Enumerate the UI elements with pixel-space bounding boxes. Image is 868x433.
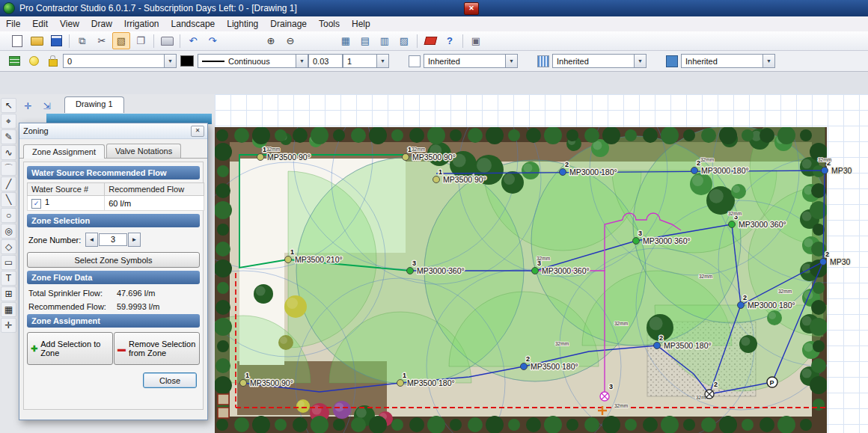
menu-draw[interactable]: Draw	[85, 17, 118, 31]
chevron-down-icon[interactable]: ▼	[505, 55, 517, 67]
plan-marker-square[interactable]	[218, 394, 229, 405]
sprinkler-label[interactable]: MP3500 90°	[443, 175, 486, 184]
scale-combo[interactable]: 1 ▼	[343, 54, 389, 68]
landscape-plan[interactable]: 1MP3500 90°1MP3500 90°1MP3500 90°2MP3000…	[215, 96, 868, 433]
text-tool-icon[interactable]: T	[1, 271, 16, 286]
sprinkler-head[interactable]	[240, 380, 247, 387]
copy-icon[interactable]: ⧉	[73, 32, 91, 49]
layer-visibility-bulb-icon[interactable]	[25, 52, 43, 70]
menu-edit[interactable]: Edit	[26, 17, 54, 31]
circle-tool-icon[interactable]: ○	[1, 208, 16, 223]
lineweight-field[interactable]: 0.03	[308, 54, 343, 68]
sprinkler-head[interactable]	[433, 176, 440, 183]
chevron-down-icon[interactable]: ▼	[164, 55, 176, 67]
open-icon[interactable]	[28, 32, 46, 49]
paste-icon[interactable]: ❐	[132, 32, 150, 49]
table-row[interactable]: ✓1 60 l/m	[28, 196, 204, 211]
zone-number-input[interactable]: 3	[99, 233, 127, 246]
chevron-down-icon[interactable]: ▼	[296, 55, 308, 67]
zoning-close-icon[interactable]: ✕	[191, 126, 204, 137]
sprinkler-label[interactable]: MP3500 90°	[267, 153, 311, 162]
color-swatch[interactable]	[180, 55, 194, 67]
menu-lighting[interactable]: Lighting	[221, 17, 264, 31]
eraser-icon[interactable]	[421, 32, 439, 49]
chevron-down-icon[interactable]: ▼	[376, 55, 388, 67]
zoom-out-icon[interactable]: ⊖	[281, 32, 299, 49]
sprinkler-label[interactable]: MP3500 90°	[250, 378, 293, 387]
drawing-canvas[interactable]: 1MP3500 90°1MP3500 90°1MP3500 90°2MP3000…	[215, 94, 868, 433]
pattern-style-combo[interactable]: Inherited ▼	[552, 54, 647, 68]
fill-style-icon[interactable]	[409, 55, 421, 67]
concentric-circle-tool-icon[interactable]: ◎	[1, 224, 16, 239]
sprinkler-head[interactable]	[521, 363, 528, 370]
sprinkler-head[interactable]	[560, 169, 566, 176]
pattern-style-icon[interactable]	[537, 55, 549, 67]
sprinkler-head[interactable]	[654, 343, 661, 349]
undo-icon[interactable]: ↶	[184, 32, 202, 49]
tab-drawing-1[interactable]: Drawing 1	[64, 96, 124, 113]
sprinkler-label[interactable]: MP30	[831, 166, 852, 175]
checkbox-checked-icon[interactable]: ✓	[31, 199, 41, 209]
image-frame-tool-icon[interactable]: ⊞	[1, 286, 16, 301]
help-icon[interactable]: ?	[441, 32, 459, 49]
sprinkler-head[interactable]	[633, 238, 640, 245]
new-icon[interactable]	[8, 32, 26, 49]
sprinkler-label[interactable]: MP3000 180°	[569, 168, 617, 176]
fill-style-combo[interactable]: Inherited ▼	[424, 54, 518, 68]
sprinkler-head[interactable]	[403, 154, 409, 161]
menu-file[interactable]: File	[0, 17, 26, 31]
sprinkler-head[interactable]	[532, 268, 539, 274]
move-tool-icon[interactable]: ✛	[1, 318, 16, 333]
freehand-tool-icon[interactable]: ✎	[1, 129, 16, 144]
menu-drainage[interactable]: Drainage	[264, 17, 313, 31]
menu-landscape[interactable]: Landscape	[165, 17, 221, 31]
sprinkler-label[interactable]: MP3000 360°	[542, 266, 590, 275]
menu-help[interactable]: Help	[346, 17, 376, 31]
sprinkler-head[interactable]	[691, 168, 698, 174]
sprinkler-head[interactable]	[285, 257, 292, 263]
resize-icon[interactable]: ⇲	[39, 99, 55, 114]
remove-selection-from-zone-button[interactable]: ▬ Remove Selection from Zone	[114, 332, 200, 365]
plan-marker-square[interactable]	[218, 408, 229, 418]
sprinkler-head[interactable]	[729, 221, 736, 228]
layers-icon[interactable]	[5, 52, 23, 70]
polyline-tool-icon[interactable]: ╲	[1, 192, 16, 207]
print-icon[interactable]	[158, 32, 176, 49]
sprinkler-label[interactable]: MP3500 210°	[295, 255, 343, 264]
shape-tool-icon[interactable]: ◇	[1, 239, 16, 254]
sprinkler-head[interactable]	[257, 154, 264, 161]
save-icon[interactable]	[47, 32, 65, 49]
crop-select-icon[interactable]: ▧	[112, 32, 130, 49]
menu-irrigation[interactable]: Irrigation	[118, 17, 165, 31]
tab-valve-notations[interactable]: Valve Notations	[106, 144, 181, 158]
sprinkler-head[interactable]	[820, 259, 827, 265]
line-tool-icon[interactable]: ╱	[1, 176, 16, 191]
cut-icon[interactable]: ✂	[93, 32, 111, 49]
redo-icon[interactable]: ↷	[204, 32, 221, 49]
table-icon[interactable]: ▥	[376, 32, 394, 49]
sprinkler-label[interactable]: MP3000 360°	[643, 236, 691, 245]
texture-style-icon[interactable]	[666, 55, 678, 67]
sprinkler-label[interactable]: MP3500 180°	[407, 378, 455, 387]
layer-lock-icon[interactable]	[44, 52, 62, 70]
sprinkler-label[interactable]: MP3500 90°	[412, 153, 456, 162]
sheet-icon[interactable]: ▨	[395, 32, 413, 49]
add-selection-to-zone-button[interactable]: ✚ Add Selection to Zone	[27, 332, 113, 365]
hatch-tool-icon[interactable]: ▦	[1, 302, 16, 317]
sprinkler-label[interactable]: MP3000 180°	[748, 301, 795, 310]
zoning-dialog-titlebar[interactable]: Zoning ✕	[19, 123, 207, 139]
zoom-in-icon[interactable]: ⊕	[262, 32, 280, 49]
sprinkler-head[interactable]	[738, 302, 745, 309]
rect-tool-icon[interactable]: ▭	[1, 255, 16, 270]
menu-view[interactable]: View	[54, 17, 85, 31]
sprinkler-label[interactable]: MP3000 360°	[739, 220, 786, 229]
sprinkler-label[interactable]: MP3000 360°	[417, 266, 465, 275]
sprinkler-label[interactable]: MP3500 180°	[531, 362, 578, 371]
col-water-source-number[interactable]: Water Source #	[28, 183, 105, 196]
chevron-down-icon[interactable]: ▼	[762, 55, 774, 67]
sprinkler-head[interactable]	[822, 168, 828, 174]
wave-tool-icon[interactable]: ∿	[1, 145, 16, 160]
col-recommended-flow[interactable]: Recommended Flow	[105, 183, 204, 196]
linetype-combo[interactable]: Continuous ▼	[198, 54, 308, 68]
chevron-down-icon[interactable]: ▼	[634, 55, 646, 67]
